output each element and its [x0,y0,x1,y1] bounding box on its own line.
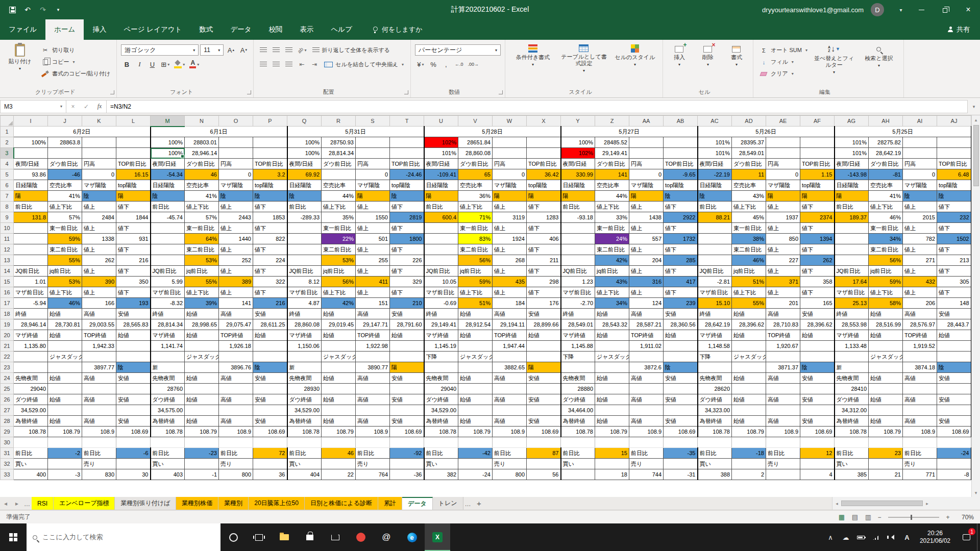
cell-T24[interactable]: 安値 [390,373,424,384]
cell-P5[interactable]: 3.2 [253,169,287,180]
cell-M3[interactable]: 100% [151,148,185,159]
cell-AF23[interactable]: 陰 [800,362,835,373]
cell-Y30[interactable] [561,437,595,448]
cell-Q8[interactable]: 前日比 [287,202,322,212]
cell-W26[interactable]: 高値 [493,394,527,405]
cell-Q23[interactable]: 新 [287,362,322,373]
cell-T19[interactable]: 28,791.60 [390,319,424,330]
cell-K3[interactable] [82,148,116,159]
cell-I32[interactable]: 買い [14,459,48,469]
cell-M5[interactable]: -54.34 [151,169,185,180]
cell-Q5[interactable]: 69.92 [287,169,322,180]
cell-AG15[interactable]: 17.64 [835,277,869,287]
column-header-T[interactable]: T [390,116,424,127]
cell-M21[interactable]: 1,141.74 [151,341,185,352]
app-at-button[interactable]: @ [374,523,399,551]
cell-R18[interactable]: 始値 [322,309,356,319]
cell-P26[interactable]: 安値 [253,394,287,405]
cell-P25[interactable] [253,384,287,394]
cell-AA6[interactable]: マザ陽陰 [629,180,664,191]
cell-AB15[interactable]: 417 [664,277,698,287]
cell-I4[interactable]: 夜間/日経 [14,159,48,169]
cell-AJ21[interactable] [937,341,971,352]
cell-AG32[interactable]: 買い [835,459,869,469]
cell-K32[interactable]: 売り [82,459,116,469]
cell-AG4[interactable]: 夜間/日経 [835,159,869,169]
cell-U19[interactable]: 29,149.41 [424,319,458,330]
cell-O17[interactable]: 141 [219,298,253,309]
row-header-5[interactable]: 5 [1,169,14,180]
cell-AE23[interactable]: 3871.37 [766,362,800,373]
cell-AC13[interactable] [698,255,732,266]
cell-K15[interactable]: 390 [82,277,116,287]
cell-W18[interactable]: 高値 [493,309,527,319]
cell-Y26[interactable]: ダウ終値 [561,394,595,405]
cell-AA21[interactable]: 1,911.02 [629,341,664,352]
cell-W10[interactable]: 値上 [493,223,527,234]
cell-P3[interactable] [253,148,287,159]
cell-U5[interactable]: -109.41 [424,169,458,180]
orientation-button[interactable]: ab▾ [296,44,308,56]
cell-AG2[interactable]: 101% [835,137,869,148]
cell-N12[interactable]: 東二前日比 [185,244,219,255]
cell-W32[interactable]: 売り [493,459,527,469]
onedrive-icon[interactable]: ☁ [838,523,853,551]
cell-AC4[interactable]: 夜間/日経 [698,159,732,169]
row-header-2[interactable]: 2 [1,137,14,148]
scroll-down-icon[interactable]: ▾ [972,488,980,497]
cell-Y8[interactable]: 前日比 [561,202,595,212]
cell-AH17[interactable]: 58% [869,298,903,309]
cell-S21[interactable]: 1,922.98 [356,341,390,352]
cell-AA20[interactable]: TOP終値 [629,330,664,341]
row-header-24[interactable]: 24 [1,373,14,384]
cell-AD21[interactable] [732,341,766,352]
cell-AF19[interactable]: 28,396.62 [800,319,835,330]
cell-V33[interactable]: -24 [458,469,493,480]
cell-AH21[interactable] [869,341,903,352]
cell-AD30[interactable] [732,437,766,448]
find-select-button[interactable]: 検索と選択▾ [859,42,899,87]
cell-W12[interactable]: 値上 [493,244,527,255]
cell-M19[interactable]: 28,814.34 [151,319,185,330]
cell-O29[interactable]: 108.9 [219,427,253,437]
cell-AB2[interactable] [664,137,698,148]
cell-AI7[interactable]: 陰 [903,191,937,202]
network-icon[interactable] [869,523,884,551]
cell-AI22[interactable] [903,352,937,362]
cell-I30[interactable] [14,437,48,448]
cell-S25[interactable] [356,384,390,394]
cell-W20[interactable]: TOP終値 [493,330,527,341]
cell-T12[interactable]: 値下 [390,244,424,255]
cell-Y33[interactable] [561,469,595,480]
cell-AF31[interactable]: 12 [800,448,835,459]
cell-L29[interactable]: 108.69 [116,427,151,437]
cell-Z24[interactable]: 始値 [595,373,629,384]
row-header-14[interactable]: 14 [1,266,14,277]
cell-O9[interactable]: 2443 [219,212,253,223]
cell-I28[interactable]: 為替終値 [14,416,48,427]
row-header-30[interactable]: 30 [1,437,14,448]
cell-X5[interactable]: 36.42 [527,169,561,180]
cell-Z25[interactable] [595,384,629,394]
cell-T8[interactable]: 値下 [390,202,424,212]
cell-N13[interactable]: 53% [185,255,219,266]
insert-cells-button[interactable]: 挿入▾ [667,42,692,87]
cell-Q4[interactable]: 夜間/日経 [287,159,322,169]
row-header-32[interactable]: 32 [1,459,14,469]
cell-T11[interactable]: 1800 [390,234,424,244]
cell-AI31[interactable]: 前日比 [903,448,937,459]
cell-V28[interactable]: 始値 [458,416,493,427]
cell-N26[interactable]: 始値 [185,394,219,405]
cell-X22[interactable] [527,352,561,362]
cell-X8[interactable]: 値下 [527,202,561,212]
cell-AA3[interactable] [629,148,664,159]
cell-L12[interactable]: 値下 [116,244,151,255]
cell-AI9[interactable]: 2015 [903,212,937,223]
font-size-select[interactable]: 11▾ [200,44,224,56]
hidden-icons-button[interactable]: ∧ [823,523,838,551]
font-color-button[interactable]: A▾ [188,59,201,70]
cell-M26[interactable]: ダウ終値 [151,394,185,405]
cell-Y19[interactable]: 28,549.01 [561,319,595,330]
cell-J17[interactable]: 46% [48,298,82,309]
cell-AF16[interactable]: 値下 [800,287,835,298]
